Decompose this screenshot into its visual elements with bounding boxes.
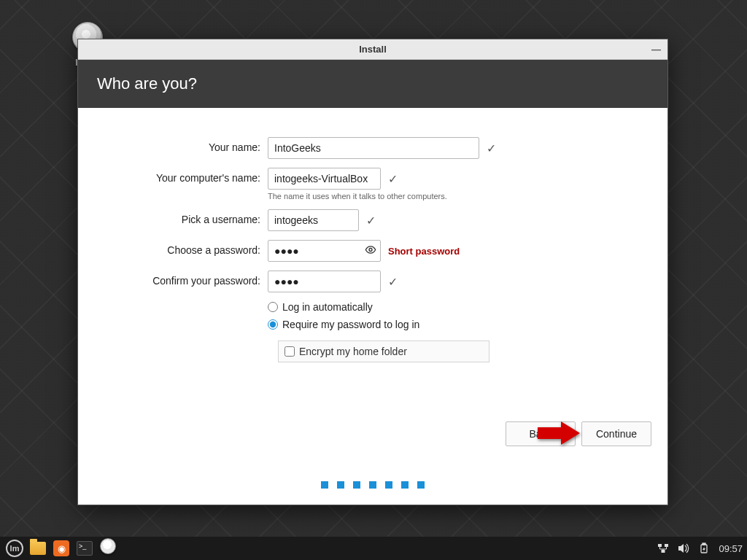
username-input[interactable] xyxy=(268,209,359,231)
svg-rect-3 xyxy=(665,544,668,547)
system-tray[interactable]: 09:57 xyxy=(657,542,743,554)
radio-auto-login-input[interactable] xyxy=(268,302,278,312)
password-strength: Short password xyxy=(388,246,460,257)
page-heading: Who are you? xyxy=(78,60,667,108)
taskbar[interactable]: lm ◉ >_ 09:57 xyxy=(0,537,747,560)
battery-icon[interactable] xyxy=(698,542,710,554)
check-icon: ✓ xyxy=(366,214,376,228)
minimize-icon[interactable]: — xyxy=(651,44,660,52)
files-launcher[interactable] xyxy=(28,540,48,557)
label-pass: Choose a password: xyxy=(100,240,268,256)
titlebar[interactable]: Install — xyxy=(78,39,667,60)
encrypt-label: Encrypt my home folder xyxy=(299,346,407,357)
form-area: Your name: ✓ Your computer's name: ✓ The… xyxy=(78,108,667,505)
progress-dots xyxy=(78,481,667,489)
svg-point-0 xyxy=(369,249,372,252)
terminal-launcher[interactable]: >_ xyxy=(74,540,95,557)
svg-rect-7 xyxy=(703,543,705,545)
confirm-password-input[interactable] xyxy=(268,271,381,292)
back-button[interactable]: Back xyxy=(506,421,576,446)
svg-marker-5 xyxy=(678,544,684,553)
eye-icon[interactable] xyxy=(365,244,376,258)
label-host: Your computer's name: xyxy=(100,168,268,184)
clock[interactable]: 09:57 xyxy=(719,543,743,554)
hostname-hint: The name it uses when it talks to other … xyxy=(268,192,646,201)
radio-require-password-label: Require my password to log in xyxy=(282,319,419,330)
radio-require-password[interactable]: Require my password to log in xyxy=(268,319,646,330)
window-title: Install xyxy=(359,44,387,55)
hostname-input[interactable] xyxy=(268,168,381,190)
install-window: Install — Who are you? Your name: ✓ Your… xyxy=(77,39,668,505)
radio-auto-login-label: Log in automatically xyxy=(282,301,373,313)
radio-auto-login[interactable]: Log in automatically xyxy=(268,301,646,313)
encrypt-home-checkbox[interactable]: Encrypt my home folder xyxy=(278,341,489,362)
radio-require-password-input[interactable] xyxy=(268,319,278,330)
label-user: Pick a username: xyxy=(100,209,268,225)
volume-icon[interactable] xyxy=(678,542,689,554)
menu-button[interactable]: lm xyxy=(4,540,25,557)
encrypt-checkbox-input[interactable] xyxy=(285,346,295,357)
password-input[interactable] xyxy=(268,240,381,262)
svg-rect-2 xyxy=(658,544,662,547)
name-input[interactable] xyxy=(268,137,479,159)
svg-marker-8 xyxy=(703,546,705,552)
label-confirm: Confirm your password: xyxy=(100,271,268,287)
firefox-launcher[interactable]: ◉ xyxy=(51,540,71,557)
check-icon: ✓ xyxy=(388,172,398,186)
installer-task[interactable] xyxy=(98,540,118,557)
check-icon: ✓ xyxy=(388,275,398,289)
label-name: Your name: xyxy=(100,137,268,153)
check-icon: ✓ xyxy=(487,141,496,155)
network-icon[interactable] xyxy=(657,542,669,554)
continue-button[interactable]: Continue xyxy=(581,421,651,446)
